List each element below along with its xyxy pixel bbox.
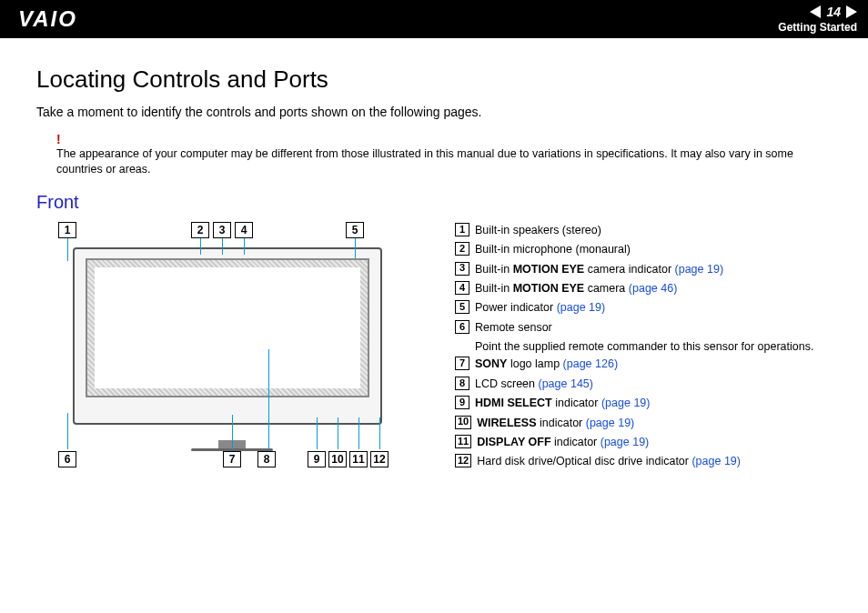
callout-label: 4 xyxy=(235,222,253,238)
front-diagram: 1 2 3 4 5 6 7 xyxy=(36,222,428,467)
header-bar: VAIO 14 Getting Started xyxy=(0,0,868,38)
page-ref-link[interactable]: (page 19) xyxy=(601,436,650,448)
legend-item: 1Built-in speakers (stereo) xyxy=(455,222,832,239)
prev-page-arrow-icon[interactable] xyxy=(810,5,821,18)
legend-number: 7 xyxy=(455,357,469,370)
legend-text: HDMI SELECT indicator (page 19) xyxy=(475,395,650,412)
legend-item: 3Built-in MOTION EYE camera indicator (p… xyxy=(455,261,832,278)
page-ref-link[interactable]: (page 19) xyxy=(675,263,724,276)
legend-number: 10 xyxy=(455,416,471,429)
legend-subtext: Point the supplied remote commander to t… xyxy=(455,338,832,356)
legend-text: Power indicator (page 19) xyxy=(475,299,605,317)
page-ref-link[interactable]: (page 19) xyxy=(557,301,606,314)
next-page-arrow-icon[interactable] xyxy=(846,5,857,18)
callout-label: 9 xyxy=(308,451,326,467)
header-nav: 14 Getting Started xyxy=(778,5,857,34)
legend-number: 6 xyxy=(455,320,469,334)
legend-text: Built-in MOTION EYE camera indicator (pa… xyxy=(475,261,723,278)
monitor-outline xyxy=(73,247,382,425)
legend-item: 2Built-in microphone (monaural) xyxy=(455,241,832,258)
legend-number: 4 xyxy=(455,281,469,295)
legend-number: 1 xyxy=(455,223,469,236)
legend-text: Remote sensor xyxy=(475,319,552,337)
legend-item: 4Built-in MOTION EYE camera (page 46) xyxy=(455,280,832,297)
legend-text: LCD screen (page 145) xyxy=(475,376,593,393)
callout-label: 8 xyxy=(257,451,276,467)
legend-text: DISPLAY OFF indicator (page 19) xyxy=(477,434,649,451)
legend-item: 9HDMI SELECT indicator (page 19) xyxy=(455,395,832,412)
legend-item: 8LCD screen (page 145) xyxy=(455,376,832,393)
front-subheading: Front xyxy=(36,192,832,213)
callout-label: 6 xyxy=(58,451,76,467)
legend-text: Built-in microphone (monaural) xyxy=(475,241,631,258)
page-ref-link[interactable]: (page 19) xyxy=(601,397,651,409)
legend-number: 2 xyxy=(455,242,469,256)
legend-text: SONY logo lamp (page 126) xyxy=(475,356,618,373)
page-content: Locating Controls and Ports Take a momen… xyxy=(0,38,868,491)
warning-block: ! The appearance of your computer may be… xyxy=(36,132,832,177)
legend-number: 9 xyxy=(455,396,469,409)
page-ref-link[interactable]: (page 145) xyxy=(538,377,592,390)
legend-number: 8 xyxy=(455,377,469,390)
warning-icon: ! xyxy=(56,132,61,146)
legend-list: 1Built-in speakers (stereo)2Built-in mic… xyxy=(455,222,832,473)
legend-item: 11DISPLAY OFF indicator (page 19) xyxy=(455,434,832,451)
callout-label: 3 xyxy=(213,222,231,238)
legend-item: 10WIRELESS indicator (page 19) xyxy=(455,415,832,432)
warning-text: The appearance of your computer may be d… xyxy=(56,146,832,177)
callout-label: 11 xyxy=(349,451,368,467)
page-number: 14 xyxy=(826,5,841,19)
legend-item: 7SONY logo lamp (page 126) xyxy=(455,356,832,373)
callout-label: 2 xyxy=(191,222,209,238)
page-ref-link[interactable]: (page 126) xyxy=(563,357,618,370)
legend-number: 12 xyxy=(455,454,471,467)
legend-text: Hard disk drive/Optical disc drive indic… xyxy=(477,453,741,470)
legend-item: 12Hard disk drive/Optical disc drive ind… xyxy=(455,453,832,470)
callout-label: 1 xyxy=(58,222,76,238)
legend-number: 5 xyxy=(455,300,469,314)
legend-number: 11 xyxy=(455,435,471,448)
callout-label: 10 xyxy=(328,451,347,467)
legend-text: WIRELESS indicator (page 19) xyxy=(477,415,634,432)
legend-text: Built-in MOTION EYE camera (page 46) xyxy=(475,280,677,297)
legend-number: 3 xyxy=(455,262,469,276)
page-ref-link[interactable]: (page 19) xyxy=(586,417,635,429)
section-label: Getting Started xyxy=(778,21,857,34)
callout-label: 12 xyxy=(370,451,389,467)
callout-label: 7 xyxy=(223,451,241,467)
callout-label: 5 xyxy=(346,222,364,238)
legend-text: Built-in speakers (stereo) xyxy=(475,222,601,239)
page-title: Locating Controls and Ports xyxy=(36,65,832,94)
page-ref-link[interactable]: (page 19) xyxy=(691,455,741,467)
vaio-logo: VAIO xyxy=(18,6,77,32)
page-ref-link[interactable]: (page 46) xyxy=(629,282,678,295)
intro-text: Take a moment to identify the controls a… xyxy=(36,105,832,119)
legend-item: 6Remote sensor xyxy=(455,319,832,337)
legend-item: 5Power indicator (page 19) xyxy=(455,299,832,317)
